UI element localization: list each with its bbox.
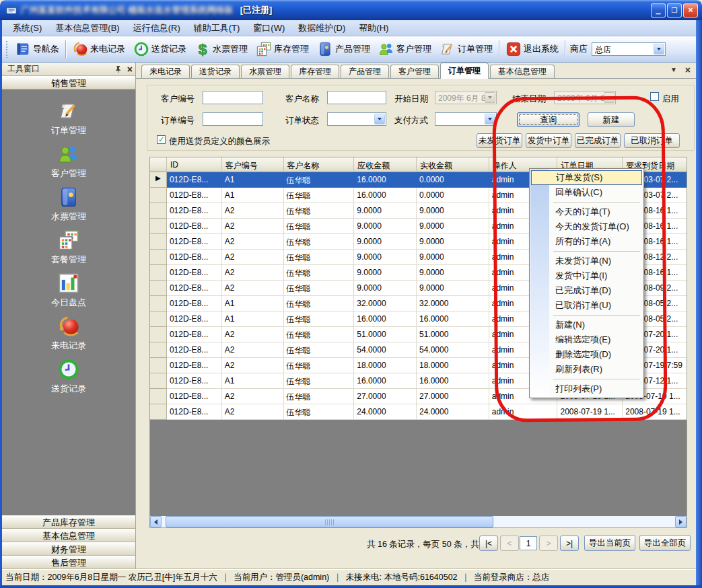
maximize-button[interactable]: ❐ — [667, 3, 682, 17]
menu-basic-info[interactable]: 基本信息管理(B) — [48, 20, 126, 36]
scroll-right-icon[interactable] — [675, 516, 687, 527]
sidebar-item-label: 来电记录 — [51, 340, 86, 352]
menu-separator — [553, 251, 640, 252]
new-button[interactable]: 新建 — [588, 112, 635, 127]
customer-name-input[interactable] — [327, 91, 386, 104]
filter-cancelled-button[interactable]: 已取消订单 — [624, 133, 680, 148]
header-receivable[interactable]: 应收金额 — [354, 157, 417, 172]
toolbar-navigator[interactable]: 导航条 — [11, 39, 63, 59]
sidebar-group-basic-info[interactable]: 基本信息管理 — [2, 529, 135, 542]
tab-list-dropdown-icon[interactable]: ▼ — [670, 66, 677, 74]
color-display-checkbox[interactable]: ✓ — [157, 135, 166, 144]
enable-checkbox[interactable] — [650, 92, 659, 101]
menu-window[interactable]: 窗口(W) — [246, 20, 291, 36]
dropdown-arrow-icon[interactable] — [374, 114, 385, 124]
pin-icon[interactable] — [114, 65, 122, 73]
sidebar-group-sales[interactable]: 销售管理 — [2, 76, 135, 89]
sidebar-item-package[interactable]: 套餐管理 — [2, 225, 135, 268]
sidebar-item-daily-stock[interactable]: 今日盘点 — [2, 268, 135, 311]
export-current-page-button[interactable]: 导出当前页 — [584, 535, 635, 551]
menu-item-completed[interactable]: 已完成订单(D) — [530, 283, 643, 298]
toolbar-call-record[interactable]: 来电记录 — [68, 39, 129, 59]
first-page-button[interactable]: |< — [479, 536, 498, 551]
menu-item-edit-selected[interactable]: 编辑选定项(E) — [530, 332, 643, 347]
prev-page-button[interactable]: < — [500, 536, 519, 551]
customer-no-input[interactable] — [203, 91, 263, 104]
header-customer-no[interactable]: 客户编号 — [222, 157, 284, 172]
tab-delivery-record[interactable]: 送货记录 — [191, 65, 240, 78]
menu-item-delete-selected[interactable]: 删除选定项(D) — [530, 347, 643, 362]
filter-shipping-button[interactable]: 发货中订单 — [526, 133, 571, 148]
menu-run-info[interactable]: 运行信息(R) — [127, 20, 187, 36]
tab-inventory[interactable]: 库存管理 — [291, 65, 339, 78]
header-customer-name[interactable]: 客户名称 — [284, 157, 355, 172]
dropdown-arrow-icon[interactable] — [485, 114, 495, 124]
order-status-select[interactable] — [327, 112, 386, 126]
menu-data-maintain[interactable]: 数据维护(D) — [291, 20, 352, 36]
filter-completed-button[interactable]: 已完成订单 — [575, 133, 621, 148]
grid-cell: 012D-E8... — [167, 404, 222, 420]
menu-item-confirm-return[interactable]: 回单确认(C) — [530, 185, 643, 200]
row-selector — [150, 188, 167, 203]
tab-water-ticket[interactable]: 水票管理 — [241, 65, 289, 78]
sidebar-item-water-ticket[interactable]: 水票管理 — [2, 182, 135, 225]
minimize-button[interactable]: ▁ — [651, 3, 666, 17]
sidebar-group-finance[interactable]: 财务管理 — [2, 542, 135, 556]
menu-item-new[interactable]: 新建(N) — [530, 318, 643, 332]
dropdown-arrow-icon[interactable] — [654, 44, 664, 54]
filter-unshipped-button[interactable]: 未发货订单 — [477, 133, 522, 148]
menu-item-all-orders[interactable]: 所有的订单(A) — [530, 234, 643, 249]
daily-stock-icon — [57, 272, 80, 295]
sidebar-item-order[interactable]: 订单管理 — [2, 96, 135, 139]
sidebar-item-delivery-record[interactable]: 送货记录 — [2, 355, 135, 398]
shop-select[interactable]: 总店 — [592, 42, 666, 56]
menu-system[interactable]: 系统(S) — [6, 20, 48, 36]
toolbar-order[interactable]: 订单管理 — [435, 39, 497, 59]
export-all-pages-button[interactable]: 导出全部页 — [639, 535, 691, 551]
start-date-picker[interactable]: 2009年 6月 8日 — [435, 91, 497, 104]
query-button[interactable]: 查询 — [517, 112, 580, 127]
header-received[interactable]: 实收金额 — [417, 157, 489, 172]
scrollbar-thumb[interactable] — [166, 516, 493, 527]
toolbar-delivery-record[interactable]: 送货记录 — [129, 39, 190, 59]
toolbar-inventory[interactable]: 库存管理 — [252, 39, 313, 59]
pay-method-select[interactable] — [435, 112, 497, 126]
tab-product[interactable]: 产品管理 — [341, 65, 389, 78]
table-row[interactable]: 012D-E8...A2伍华聪24.000024.0000admin2008-0… — [150, 404, 687, 420]
end-date-picker[interactable]: 2009年 6月 8日 — [554, 91, 616, 104]
menu-item-shipping[interactable]: 发货中订单(I) — [530, 268, 643, 283]
tab-call-record[interactable]: 来电记录 — [141, 65, 190, 78]
tab-close-icon[interactable]: × — [685, 66, 691, 74]
row-selector — [150, 342, 167, 358]
menu-item-today-orders[interactable]: 今天的订单(T) — [530, 205, 643, 219]
sidebar-group-product-stock[interactable]: 产品库存管理 — [2, 515, 135, 529]
close-button[interactable]: × — [683, 3, 698, 17]
grid-cell: A1 — [222, 172, 284, 188]
menu-item-print-list[interactable]: 打印列表(P) — [530, 381, 643, 396]
tab-customer[interactable]: 客户管理 — [390, 65, 439, 78]
tab-basic-info[interactable]: 基本信息管理 — [490, 65, 555, 78]
menu-help[interactable]: 帮助(H) — [352, 20, 395, 36]
page-number-input[interactable] — [520, 536, 537, 550]
menu-aux-tools[interactable]: 辅助工具(T) — [187, 20, 247, 36]
toolbar-water-ticket[interactable]: $ 水票管理 — [190, 39, 252, 59]
toolbar-customer[interactable]: 客户管理 — [374, 39, 435, 59]
menu-item-refresh-list[interactable]: 刷新列表(R) — [530, 362, 643, 377]
menu-item-cancelled[interactable]: 已取消订单(U) — [530, 298, 643, 313]
next-page-button[interactable]: > — [539, 536, 558, 551]
menu-item-unshipped[interactable]: 未发货订单(N) — [530, 254, 643, 268]
scroll-left-icon[interactable] — [150, 516, 162, 527]
horizontal-scrollbar[interactable] — [150, 516, 687, 527]
header-id[interactable]: ID — [167, 157, 222, 172]
tab-order-active[interactable]: 订单管理 — [440, 63, 489, 79]
sidebar-item-customer[interactable]: 客户管理 — [2, 139, 135, 182]
toolbar-exit[interactable]: 退出系统 — [501, 39, 563, 59]
tool-window-close-icon[interactable]: × — [127, 65, 133, 73]
sidebar-item-call-record[interactable]: 来电记录 — [2, 311, 135, 355]
sidebar-group-after-sales[interactable]: 售后管理 — [2, 556, 135, 569]
last-page-button[interactable]: >| — [560, 536, 579, 551]
menu-item-today-shipped[interactable]: 今天的发货订单(O) — [530, 219, 643, 234]
toolbar-product[interactable]: 产品管理 — [313, 39, 374, 59]
menu-item-ship-order[interactable]: 订单发货(S) — [531, 170, 642, 185]
order-no-input[interactable] — [203, 112, 263, 126]
